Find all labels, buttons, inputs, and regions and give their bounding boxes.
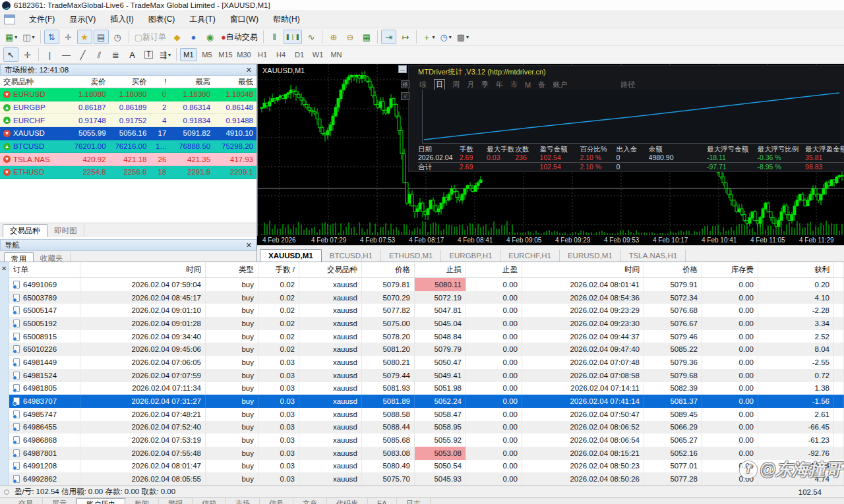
- order-row-64981805[interactable]: 649818052026.02.04 07:11:34buy0.03xauusd…: [9, 382, 844, 395]
- navigator-tab[interactable]: 收藏夹: [34, 252, 71, 262]
- arrows-tool[interactable]: ⇶▾: [158, 47, 173, 62]
- market-watch-tab-symbols[interactable]: 交易品种: [3, 224, 47, 237]
- timeframe-m5[interactable]: M5: [198, 48, 216, 61]
- chart-tab-xauusd-m1[interactable]: XAUUSD,M1: [260, 249, 322, 262]
- auto-scroll-toggle[interactable]: ⇥: [381, 30, 396, 44]
- line-chart-button[interactable]: ∿: [303, 30, 318, 44]
- order-row-64992862[interactable]: 649928622026.02.04 08:05:55buy0.03xauusd…: [9, 472, 844, 486]
- periods-button[interactable]: ◷▾: [438, 30, 453, 44]
- trendline-tool[interactable]: ╱: [75, 47, 90, 62]
- order-row-64983707[interactable]: 649837072026.02.04 07:31:27buy0.03xauusd…: [9, 395, 844, 408]
- mtdriver-tab-备[interactable]: 备: [538, 80, 545, 90]
- mtdriver-tab-path[interactable]: 路径: [620, 80, 635, 90]
- navigator-toggle[interactable]: ★: [77, 30, 92, 44]
- vertical-line-tool[interactable]: |: [42, 47, 57, 62]
- mtdriver-tab-M[interactable]: M: [525, 81, 531, 89]
- autotrading-button[interactable]: ●自动交易: [219, 30, 260, 44]
- timeframe-w1[interactable]: W1: [309, 48, 326, 61]
- horizontal-line-tool[interactable]: —: [59, 47, 74, 62]
- close-icon[interactable]: ✕: [1, 265, 7, 272]
- panel-move-icon[interactable]: 移: [401, 80, 409, 88]
- timeframe-h1[interactable]: H1: [254, 48, 271, 61]
- bottom-tab-账户历史[interactable]: 账户历史: [76, 498, 125, 504]
- orders-column-header[interactable]: 时间: [522, 262, 644, 277]
- navigator-tab[interactable]: 常用: [4, 252, 34, 262]
- templates-button[interactable]: ▩▾: [455, 30, 471, 44]
- order-row-64985747[interactable]: 649857472026.02.04 07:48:21buy0.03xauusd…: [9, 408, 844, 421]
- tile-windows-button[interactable]: ▦: [359, 30, 374, 44]
- sounds-button[interactable]: ◉: [202, 30, 218, 44]
- mtdriver-tab-账户[interactable]: 账户: [553, 80, 567, 90]
- order-row-65005192[interactable]: 650051922026.02.04 09:01:28buy0.02xauusd…: [9, 317, 844, 330]
- bottom-tab-新闻[interactable]: 新闻: [125, 498, 159, 504]
- orders-column-header[interactable]: 价格: [362, 262, 415, 277]
- orders-column-header[interactable]: 获利: [758, 262, 834, 277]
- menu-item-w[interactable]: 窗口(W): [223, 12, 266, 26]
- chart-tab-eurgbp-h1[interactable]: EURGBP,H1: [441, 250, 500, 262]
- order-row-64986868[interactable]: 649868682026.02.04 07:53:19buy0.03xauusd…: [9, 434, 844, 447]
- profiles-button[interactable]: ◫▾: [20, 30, 36, 44]
- strategy-tester-toggle[interactable]: ◷: [110, 30, 125, 44]
- bottom-tab-交易[interactable]: 交易: [9, 498, 43, 504]
- order-row-64991208[interactable]: 649912082026.02.04 08:01:47buy0.03xauusd…: [9, 460, 844, 473]
- order-row-65010226[interactable]: 650102262026.02.04 09:45:06buy0.02xauusd…: [9, 343, 844, 356]
- order-row-64986455[interactable]: 649864552026.02.04 07:52:40buy0.03xauusd…: [9, 421, 844, 434]
- data-window-toggle[interactable]: ✛: [61, 30, 76, 44]
- chart-tab-tsla-nas-h1[interactable]: TSLA.NAS,H1: [621, 250, 686, 262]
- orders-column-header[interactable]: 止盈: [466, 262, 522, 277]
- timeframe-m30[interactable]: M30: [235, 48, 253, 61]
- mtdriver-tab-日[interactable]: 日: [434, 79, 445, 90]
- orders-column-header[interactable]: 价格: [644, 262, 702, 277]
- orders-column-header[interactable]: 止损: [415, 262, 466, 277]
- minimize-icon[interactable]: —: [398, 65, 407, 73]
- chart-shift-toggle[interactable]: ↦: [398, 30, 413, 44]
- chart-tab-btcusd-h1[interactable]: BTCUSD,H1: [322, 250, 381, 262]
- close-icon[interactable]: ✕: [246, 241, 252, 250]
- channel-tool[interactable]: ⫽: [92, 47, 107, 62]
- new-chart-button[interactable]: ▦▾: [3, 30, 19, 44]
- order-row-64981524[interactable]: 649815242026.02.04 07:07:59buy0.03xauusd…: [9, 369, 844, 382]
- candle-chart-button[interactable]: ❚❘❚: [284, 30, 303, 44]
- text-tool[interactable]: A: [125, 47, 140, 62]
- bottom-tab-代码库[interactable]: 代码库: [327, 498, 368, 504]
- timeframe-h4[interactable]: H4: [272, 48, 289, 61]
- crosshair-tool[interactable]: ✛: [20, 47, 35, 62]
- menu-item-c[interactable]: 图表(C): [141, 12, 183, 26]
- panel-check-icon[interactable]: √: [401, 92, 409, 100]
- chart-window-icon[interactable]: [4, 14, 15, 24]
- market-watch-row-eurusd[interactable]: ▼EURUSD1.180801.1808001.183801.18048: [0, 88, 256, 101]
- mtdriver-tab-年[interactable]: 年: [496, 80, 503, 90]
- menu-item-t[interactable]: 工具(T): [182, 12, 222, 26]
- bottom-tab-文章[interactable]: 文章: [293, 498, 327, 504]
- orders-column-header[interactable]: 手数 /: [258, 262, 299, 277]
- bottom-tab-市场[interactable]: 市场: [226, 498, 260, 504]
- bar-chart-button[interactable]: ⫴: [267, 30, 282, 44]
- bottom-tab-警报[interactable]: 警报: [159, 498, 193, 504]
- market-watch-row-eurchf[interactable]: ▲EURCHF0.917480.9175240.918340.91488: [0, 114, 256, 127]
- menu-item-v[interactable]: 显示(V): [62, 12, 103, 26]
- chart-tab-eurchf-h1[interactable]: EURCHF,H1: [500, 250, 560, 262]
- close-icon[interactable]: ✕: [246, 66, 252, 74]
- chart-area[interactable]: XAUUSD,M1 — 移 √ MTDriver统计 ,V3.12 (http:…: [257, 64, 844, 236]
- chart-tab-eurusd-m1[interactable]: EURUSD,M1: [560, 250, 621, 262]
- bottom-tab-日志[interactable]: 日志: [397, 498, 431, 504]
- orders-column-header[interactable]: 交易品种: [299, 262, 362, 277]
- market-watch-row-ethusd[interactable]: ▼ETHUSD2254.82256.6182291.82209.1: [0, 166, 256, 179]
- order-row-64991069[interactable]: 649910692026.02.04 07:59:04buy0.02xauusd…: [9, 278, 844, 291]
- market-watch-row-eurgbp[interactable]: ▲EURGBP0.861870.8618920.863140.86148: [0, 101, 256, 115]
- mtdriver-tab-市[interactable]: 市: [510, 80, 518, 90]
- order-row-64981449[interactable]: 649814492026.02.04 07:06:05buy0.03xauusd…: [9, 356, 844, 369]
- bottom-tab-EA[interactable]: EA: [368, 498, 397, 504]
- orders-column-header[interactable]: 时间: [80, 262, 206, 277]
- metaeditor-button[interactable]: ◆: [169, 30, 185, 44]
- timeframe-m15[interactable]: M15: [217, 48, 234, 61]
- cursor-tool[interactable]: ↖: [3, 47, 18, 62]
- fibonacci-tool[interactable]: ≣: [108, 47, 123, 62]
- menu-item-h[interactable]: 帮助(H): [266, 12, 307, 26]
- chart-tab-ethusd-m1[interactable]: ETHUSD,M1: [381, 250, 441, 262]
- market-watch-row-tsla.nas[interactable]: ▼TSLA.NAS420.92421.1826421.35417.93: [0, 153, 256, 166]
- order-row-65003789[interactable]: 650037892026.02.04 08:45:17buy0.02xauusd…: [9, 291, 844, 304]
- timeframe-d1[interactable]: D1: [291, 48, 308, 61]
- market-watch-tab-tick-chart[interactable]: 即时图: [47, 225, 84, 237]
- timeframe-mn[interactable]: MN: [328, 48, 345, 61]
